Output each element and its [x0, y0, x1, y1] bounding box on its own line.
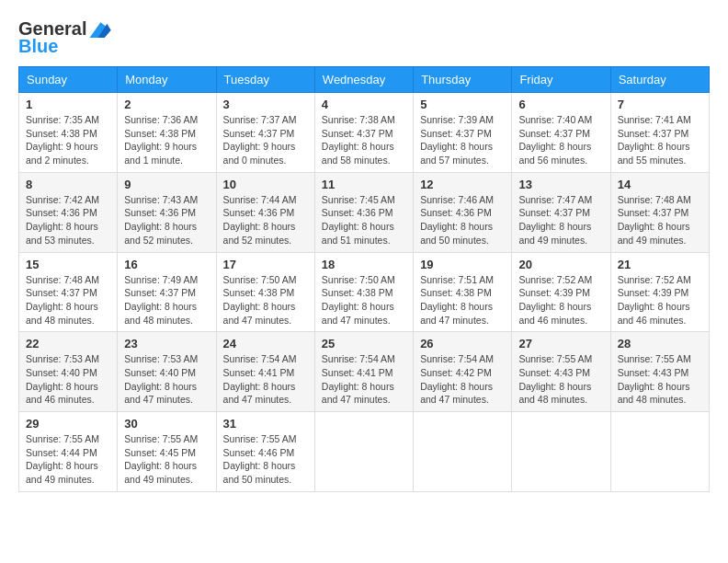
day-number: 13 — [518, 178, 603, 191]
day-info: Sunrise: 7:53 AM Sunset: 4:40 PM Dayligh… — [124, 352, 209, 407]
column-header-monday: Monday — [118, 67, 216, 93]
calendar-cell: 3Sunrise: 7:37 AM Sunset: 4:37 PM Daylig… — [216, 93, 314, 173]
day-info: Sunrise: 7:52 AM Sunset: 4:39 PM Dayligh… — [518, 273, 603, 327]
day-number: 14 — [618, 178, 702, 191]
day-info: Sunrise: 7:55 AM Sunset: 4:43 PM Dayligh… — [518, 352, 603, 407]
calendar-cell: 21Sunrise: 7:52 AM Sunset: 4:39 PM Dayli… — [610, 252, 709, 332]
calendar-cell: 6Sunrise: 7:40 AM Sunset: 4:37 PM Daylig… — [512, 93, 610, 173]
day-info: Sunrise: 7:43 AM Sunset: 4:36 PM Dayligh… — [124, 193, 209, 247]
day-number: 1 — [26, 98, 110, 111]
calendar-week-row: 1Sunrise: 7:35 AM Sunset: 4:38 PM Daylig… — [19, 93, 710, 173]
day-number: 25 — [322, 337, 406, 350]
calendar-table: SundayMondayTuesdayWednesdayThursdayFrid… — [18, 66, 710, 492]
calendar-cell — [314, 412, 413, 492]
day-number: 12 — [420, 178, 505, 191]
logo: General Blue — [18, 18, 112, 57]
day-number: 2 — [124, 98, 209, 111]
day-info: Sunrise: 7:52 AM Sunset: 4:39 PM Dayligh… — [618, 273, 702, 327]
day-info: Sunrise: 7:54 AM Sunset: 4:41 PM Dayligh… — [223, 352, 308, 407]
calendar-cell — [610, 412, 709, 492]
day-info: Sunrise: 7:45 AM Sunset: 4:36 PM Dayligh… — [322, 193, 406, 247]
day-number: 11 — [322, 178, 406, 191]
day-number: 18 — [322, 258, 406, 271]
calendar-cell: 28Sunrise: 7:55 AM Sunset: 4:43 PM Dayli… — [610, 332, 709, 412]
day-number: 23 — [124, 337, 209, 350]
day-info: Sunrise: 7:53 AM Sunset: 4:40 PM Dayligh… — [26, 352, 110, 407]
calendar-cell: 31Sunrise: 7:55 AM Sunset: 4:46 PM Dayli… — [216, 412, 314, 492]
day-number: 3 — [223, 98, 308, 111]
logo-icon — [86, 19, 112, 40]
day-info: Sunrise: 7:40 AM Sunset: 4:37 PM Dayligh… — [518, 113, 603, 167]
day-number: 10 — [223, 178, 308, 191]
day-info: Sunrise: 7:36 AM Sunset: 4:38 PM Dayligh… — [124, 113, 209, 167]
calendar-week-row: 29Sunrise: 7:55 AM Sunset: 4:44 PM Dayli… — [19, 412, 710, 492]
day-info: Sunrise: 7:55 AM Sunset: 4:43 PM Dayligh… — [618, 352, 702, 407]
day-number: 19 — [420, 258, 505, 271]
calendar-cell: 26Sunrise: 7:54 AM Sunset: 4:42 PM Dayli… — [414, 332, 512, 412]
day-number: 4 — [322, 98, 406, 111]
calendar-cell: 20Sunrise: 7:52 AM Sunset: 4:39 PM Dayli… — [512, 252, 610, 332]
day-number: 8 — [26, 178, 110, 191]
day-number: 16 — [124, 258, 209, 271]
page-header: General Blue — [18, 18, 710, 57]
day-info: Sunrise: 7:55 AM Sunset: 4:45 PM Dayligh… — [124, 432, 209, 487]
logo-blue: Blue — [18, 36, 58, 57]
day-info: Sunrise: 7:42 AM Sunset: 4:36 PM Dayligh… — [26, 193, 110, 247]
calendar-cell — [414, 412, 512, 492]
calendar-cell: 1Sunrise: 7:35 AM Sunset: 4:38 PM Daylig… — [19, 93, 118, 173]
day-info: Sunrise: 7:50 AM Sunset: 4:38 PM Dayligh… — [223, 273, 308, 327]
day-number: 26 — [420, 337, 505, 350]
day-info: Sunrise: 7:38 AM Sunset: 4:37 PM Dayligh… — [322, 113, 406, 167]
day-number: 31 — [223, 417, 308, 431]
calendar-cell: 11Sunrise: 7:45 AM Sunset: 4:36 PM Dayli… — [314, 172, 413, 252]
calendar-cell: 7Sunrise: 7:41 AM Sunset: 4:37 PM Daylig… — [610, 93, 709, 173]
calendar-cell: 15Sunrise: 7:48 AM Sunset: 4:37 PM Dayli… — [19, 252, 118, 332]
day-info: Sunrise: 7:46 AM Sunset: 4:36 PM Dayligh… — [420, 193, 505, 247]
day-number: 29 — [26, 417, 110, 431]
column-header-thursday: Thursday — [414, 67, 512, 93]
calendar-cell: 24Sunrise: 7:54 AM Sunset: 4:41 PM Dayli… — [216, 332, 314, 412]
calendar-header-row: SundayMondayTuesdayWednesdayThursdayFrid… — [19, 67, 710, 93]
calendar-cell: 4Sunrise: 7:38 AM Sunset: 4:37 PM Daylig… — [314, 93, 413, 173]
day-info: Sunrise: 7:54 AM Sunset: 4:41 PM Dayligh… — [322, 352, 406, 407]
calendar-cell: 30Sunrise: 7:55 AM Sunset: 4:45 PM Dayli… — [118, 412, 216, 492]
day-info: Sunrise: 7:54 AM Sunset: 4:42 PM Dayligh… — [420, 352, 505, 407]
day-info: Sunrise: 7:35 AM Sunset: 4:38 PM Dayligh… — [26, 113, 110, 167]
calendar-cell: 10Sunrise: 7:44 AM Sunset: 4:36 PM Dayli… — [216, 172, 314, 252]
calendar-week-row: 8Sunrise: 7:42 AM Sunset: 4:36 PM Daylig… — [19, 172, 710, 252]
day-number: 5 — [420, 98, 505, 111]
calendar-cell: 2Sunrise: 7:36 AM Sunset: 4:38 PM Daylig… — [118, 93, 216, 173]
calendar-cell: 27Sunrise: 7:55 AM Sunset: 4:43 PM Dayli… — [512, 332, 610, 412]
calendar-week-row: 22Sunrise: 7:53 AM Sunset: 4:40 PM Dayli… — [19, 332, 710, 412]
day-info: Sunrise: 7:44 AM Sunset: 4:36 PM Dayligh… — [223, 193, 308, 247]
calendar-cell: 12Sunrise: 7:46 AM Sunset: 4:36 PM Dayli… — [414, 172, 512, 252]
day-number: 30 — [124, 417, 209, 431]
calendar-cell: 14Sunrise: 7:48 AM Sunset: 4:37 PM Dayli… — [610, 172, 709, 252]
column-header-tuesday: Tuesday — [216, 67, 314, 93]
day-number: 21 — [618, 258, 702, 271]
day-info: Sunrise: 7:51 AM Sunset: 4:38 PM Dayligh… — [420, 273, 505, 327]
day-number: 20 — [518, 258, 603, 271]
column-header-sunday: Sunday — [19, 67, 118, 93]
day-info: Sunrise: 7:41 AM Sunset: 4:37 PM Dayligh… — [618, 113, 702, 167]
day-number: 17 — [223, 258, 308, 271]
calendar-cell: 17Sunrise: 7:50 AM Sunset: 4:38 PM Dayli… — [216, 252, 314, 332]
calendar-cell: 16Sunrise: 7:49 AM Sunset: 4:37 PM Dayli… — [118, 252, 216, 332]
day-info: Sunrise: 7:48 AM Sunset: 4:37 PM Dayligh… — [26, 273, 110, 327]
column-header-friday: Friday — [512, 67, 610, 93]
column-header-saturday: Saturday — [610, 67, 709, 93]
calendar-cell: 19Sunrise: 7:51 AM Sunset: 4:38 PM Dayli… — [414, 252, 512, 332]
calendar-cell: 13Sunrise: 7:47 AM Sunset: 4:37 PM Dayli… — [512, 172, 610, 252]
day-number: 15 — [26, 258, 110, 271]
day-info: Sunrise: 7:49 AM Sunset: 4:37 PM Dayligh… — [124, 273, 209, 327]
calendar-cell: 18Sunrise: 7:50 AM Sunset: 4:38 PM Dayli… — [314, 252, 413, 332]
calendar-week-row: 15Sunrise: 7:48 AM Sunset: 4:37 PM Dayli… — [19, 252, 710, 332]
day-number: 6 — [518, 98, 603, 111]
day-number: 7 — [618, 98, 702, 111]
day-info: Sunrise: 7:50 AM Sunset: 4:38 PM Dayligh… — [322, 273, 406, 327]
calendar-cell: 9Sunrise: 7:43 AM Sunset: 4:36 PM Daylig… — [118, 172, 216, 252]
day-info: Sunrise: 7:47 AM Sunset: 4:37 PM Dayligh… — [518, 193, 603, 247]
calendar-cell: 23Sunrise: 7:53 AM Sunset: 4:40 PM Dayli… — [118, 332, 216, 412]
calendar-cell: 29Sunrise: 7:55 AM Sunset: 4:44 PM Dayli… — [19, 412, 118, 492]
calendar-cell: 8Sunrise: 7:42 AM Sunset: 4:36 PM Daylig… — [19, 172, 118, 252]
